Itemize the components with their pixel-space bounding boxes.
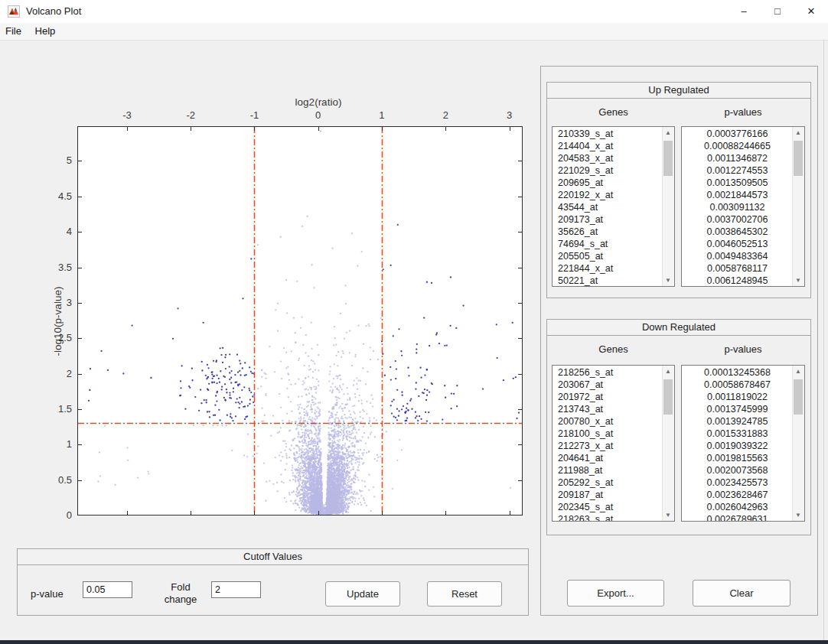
scrollbar-thumb[interactable] <box>794 379 803 415</box>
menu-file[interactable]: File <box>0 23 27 39</box>
gene-list-item[interactable]: 35626_at <box>553 226 663 238</box>
y-tick-label: 4.5 <box>37 190 72 202</box>
y-tick-label: 1.5 <box>37 403 72 415</box>
gene-list-item[interactable]: 212273_x_at <box>553 440 663 452</box>
close-button[interactable]: ✕ <box>794 0 828 23</box>
pvalue-list-item[interactable]: 0.0011819022 <box>682 391 793 403</box>
up-regulated-title: Up Regulated <box>547 83 810 99</box>
minimize-button[interactable]: – <box>727 0 761 23</box>
gene-list-item[interactable]: 209173_at <box>553 213 663 226</box>
pvalue-list-item[interactable]: 0.0013745999 <box>682 403 793 415</box>
gene-list-item[interactable]: 221844_x_at <box>553 262 663 275</box>
down-genes-listbox[interactable]: 218256_s_at203067_at201972_at213743_at20… <box>552 365 675 522</box>
gene-list-item[interactable]: 204641_at <box>553 452 663 464</box>
pvalue-list-item[interactable]: 0.0013509505 <box>682 177 793 189</box>
gene-list-item[interactable]: 218100_s_at <box>553 428 663 440</box>
pvalue-list-item[interactable]: 0.0046052513 <box>682 238 793 250</box>
gene-list-item[interactable]: 218263_s_at <box>553 513 663 521</box>
gene-list-item[interactable]: 204583_x_at <box>553 152 663 164</box>
scroll-down-icon[interactable]: ▼ <box>793 509 804 521</box>
scroll-down-icon[interactable]: ▼ <box>793 275 804 286</box>
pvalue-list-item[interactable]: 0.0019815563 <box>682 452 793 464</box>
up-genes-listbox[interactable]: 210339_s_at214404_x_at204583_x_at221029_… <box>552 126 675 287</box>
gene-list-item[interactable]: 50221_at <box>553 275 663 286</box>
gene-list-item[interactable]: 205505_at <box>553 250 663 262</box>
clear-button[interactable]: Clear <box>693 580 791 607</box>
scrollbar-thumb[interactable] <box>663 141 673 176</box>
scrollbar-thumb[interactable] <box>794 141 803 176</box>
gene-list-item[interactable]: 211988_at <box>553 464 663 476</box>
pvalue-list-item[interactable]: 0.003091132 <box>682 201 793 213</box>
x-tick-label: 0 <box>305 109 332 121</box>
pvalue-list-item[interactable]: 0.0011346872 <box>682 152 793 164</box>
up-pvalues-header: p-values <box>681 106 805 118</box>
pvalue-list-item[interactable]: 0.0023628467 <box>682 489 793 501</box>
up-genes-header: Genes <box>552 106 675 118</box>
x-tick-label: 1 <box>368 109 396 121</box>
gene-list-item[interactable]: 205292_s_at <box>553 476 663 489</box>
pvalue-list-item[interactable]: 0.0019039322 <box>682 440 793 452</box>
pvalue-list-item[interactable]: 0.0020073568 <box>682 464 793 476</box>
menu-bar: File Help <box>0 23 828 41</box>
up-pvalues-listbox[interactable]: 0.00037761660.000882446650.00113468720.0… <box>681 126 805 287</box>
gene-list-item[interactable]: 218256_s_at <box>553 366 663 379</box>
down-genes-scrollbar[interactable]: ▲ ▼ <box>662 366 674 521</box>
x-tick-label: 3 <box>496 109 523 121</box>
y-tick-label: 2.5 <box>37 332 72 343</box>
pvalue-list-item[interactable]: 0.0049483364 <box>682 250 793 262</box>
pvalue-list-item[interactable]: 0.0026789631 <box>682 513 793 521</box>
gene-list-item[interactable]: 200780_x_at <box>553 415 663 428</box>
down-pvalues-scrollbar[interactable]: ▲ ▼ <box>792 366 804 521</box>
pvalue-list-item[interactable]: 0.00013245368 <box>682 366 793 379</box>
reset-button[interactable]: Reset <box>427 581 502 607</box>
scroll-up-icon[interactable]: ▲ <box>663 366 673 377</box>
fold-change-input[interactable] <box>211 581 261 598</box>
pvalue-list-item[interactable]: 0.0023425573 <box>682 476 793 489</box>
pvalue-list-item[interactable]: 0.0003776166 <box>682 128 793 140</box>
pvalue-input[interactable] <box>83 581 132 598</box>
pvalue-list-item[interactable]: 0.0015331883 <box>682 428 793 440</box>
gene-list-item[interactable]: 43544_at <box>553 201 663 213</box>
scroll-up-icon[interactable]: ▲ <box>793 127 804 138</box>
gene-list-item[interactable]: 214404_x_at <box>553 140 663 152</box>
down-pvalues-listbox[interactable]: 0.000132453680.000586784670.00118190220.… <box>681 365 805 522</box>
gene-list-item[interactable]: 203067_at <box>553 379 663 391</box>
pvalue-list-item[interactable]: 0.00088244665 <box>682 140 793 152</box>
menu-help[interactable]: Help <box>30 23 61 39</box>
up-pvalues-scrollbar[interactable]: ▲ ▼ <box>792 127 804 286</box>
title-bar: Volcano Plot – □ ✕ <box>0 0 828 23</box>
gene-list-item[interactable]: 209187_at <box>553 489 663 501</box>
maximize-button[interactable]: □ <box>761 0 794 23</box>
up-genes-scrollbar[interactable]: ▲ ▼ <box>662 127 674 286</box>
y-tick-label: 3 <box>37 297 72 308</box>
pvalue-list-item[interactable]: 0.0013924785 <box>682 415 793 428</box>
down-genes-header: Genes <box>552 343 675 355</box>
gene-list-item[interactable]: 74694_s_at <box>553 238 663 250</box>
pvalue-list-item[interactable]: 0.00058678467 <box>682 379 793 391</box>
scrollbar-thumb[interactable] <box>663 379 673 415</box>
pvalue-list-item[interactable]: 0.0058768117 <box>682 262 793 275</box>
scroll-up-icon[interactable]: ▲ <box>663 127 673 138</box>
scroll-up-icon[interactable]: ▲ <box>793 366 804 377</box>
window-bottom-border <box>0 640 828 644</box>
update-button[interactable]: Update <box>325 581 400 607</box>
gene-list-item[interactable]: 209695_at <box>553 177 663 189</box>
x-tick-label: -2 <box>177 109 204 121</box>
gene-list-item[interactable]: 213743_at <box>553 403 663 415</box>
volcano-scatter-canvas[interactable] <box>77 126 523 516</box>
gene-list-item[interactable]: 201972_at <box>553 391 663 403</box>
pvalue-list-item[interactable]: 0.0061248945 <box>682 275 793 286</box>
scroll-down-icon[interactable]: ▼ <box>663 509 673 521</box>
pvalue-list-item[interactable]: 0.0038645302 <box>682 226 793 238</box>
gene-list-item[interactable]: 220192_x_at <box>553 189 663 201</box>
gene-list-item[interactable]: 210339_s_at <box>553 128 663 140</box>
gene-list-item[interactable]: 221029_s_at <box>553 164 663 177</box>
pvalue-list-item[interactable]: 0.0021844573 <box>682 189 793 201</box>
pvalue-list-item[interactable]: 0.0037002706 <box>682 213 793 226</box>
gene-list-item[interactable]: 202345_s_at <box>553 501 663 513</box>
scroll-down-icon[interactable]: ▼ <box>663 275 673 286</box>
export-button[interactable]: Export... <box>567 580 664 607</box>
y-tick-label: 0 <box>37 509 72 521</box>
pvalue-list-item[interactable]: 0.0012274553 <box>682 164 793 177</box>
pvalue-list-item[interactable]: 0.0026042963 <box>682 501 793 513</box>
